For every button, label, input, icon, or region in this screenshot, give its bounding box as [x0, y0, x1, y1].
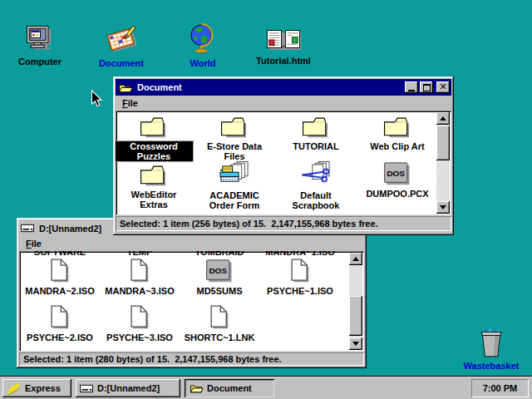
- file-label: PSYCHE~2.ISO: [25, 332, 95, 342]
- scroll-down-button[interactable]: [436, 201, 450, 214]
- desktop-icon-computer[interactable]: Computer: [5, 25, 75, 66]
- close-icon: ✕: [439, 82, 446, 92]
- drive-icon: [21, 223, 35, 234]
- document-window-menubar: File: [116, 96, 451, 111]
- file-item[interactable]: PSYCHE~2.ISO: [21, 304, 99, 342]
- globe-icon: [189, 23, 217, 55]
- folder-item[interactable]: Crossword Puzzles: [116, 114, 193, 161]
- scroll-up-button[interactable]: [349, 253, 362, 265]
- dos-file-icon: [383, 162, 411, 186]
- window-title: Document: [137, 82, 405, 92]
- taskbar: Express D:[Unnamed2] Document 7:00 PM: [0, 376, 532, 399]
- document-window-titlebar[interactable]: Document ✕: [116, 79, 451, 96]
- scissors-pages-icon: [299, 160, 332, 188]
- folder-label: Web Clip Art: [368, 141, 426, 151]
- menu-file[interactable]: File: [116, 96, 145, 110]
- open-folder-icon: [117, 81, 133, 94]
- menu-file[interactable]: File: [19, 237, 48, 250]
- crossword-document-icon: [104, 25, 139, 55]
- file-label: PSYCHE~1.ISO: [265, 286, 335, 296]
- scrollbar-thumb[interactable]: [349, 296, 362, 336]
- file-item[interactable]: SHORTC~1.LNK: [180, 304, 259, 342]
- folder-item[interactable]: TUTORIAL: [277, 114, 355, 151]
- file-label-partial[interactable]: TEMP: [101, 251, 179, 257]
- file-item[interactable]: MD5SUMS: [180, 259, 259, 296]
- desktop-icon-world[interactable]: World: [168, 23, 238, 68]
- triangle-down-icon: [440, 205, 446, 209]
- folder-label: WebEditor Extras: [116, 190, 193, 209]
- file-item[interactable]: PSYCHE~1.ISO: [261, 258, 339, 296]
- file-icon: [49, 304, 71, 330]
- maximize-button[interactable]: [420, 81, 433, 93]
- folder-item[interactable]: E-Store Data Files: [195, 114, 273, 161]
- folder-item[interactable]: Web Clip Art: [358, 114, 436, 151]
- open-book-icon: [265, 27, 302, 52]
- drive-icon: [80, 383, 94, 394]
- task-button-document[interactable]: Document: [185, 379, 274, 397]
- folder-label-selected: Crossword Puzzles: [116, 141, 193, 161]
- folder-icon: [382, 114, 412, 139]
- wastebasket-icon: [477, 326, 505, 359]
- document-window-statusbar: Selected: 1 item (256 bytes) of 15. 2,14…: [116, 216, 451, 231]
- file-label: SHORTC~1.LNK: [183, 332, 257, 342]
- close-button[interactable]: ✕: [436, 81, 450, 93]
- express-icon: [7, 382, 22, 396]
- desktop-icon-document[interactable]: Document: [86, 25, 156, 68]
- minimize-icon: [408, 90, 415, 91]
- desktop-icon-label: Wastebasket: [464, 361, 520, 371]
- drive-window-content: SOFTWARE TEMP TOMBRAID MANDRA~1.ISO MAND…: [19, 251, 364, 352]
- drive-window: D:[Unnamed2] File SOFTWARE TEMP TOMBRAID…: [17, 218, 367, 368]
- file-label-partial[interactable]: SOFTWARE: [21, 251, 99, 257]
- vertical-scrollbar[interactable]: [349, 253, 362, 350]
- file-item[interactable]: MANDRA~2.ISO: [21, 258, 99, 296]
- file-icon: [129, 304, 150, 330]
- file-icon: [289, 258, 311, 283]
- task-button-drive[interactable]: D:[Unnamed2]: [76, 379, 180, 397]
- taskbar-button-label: Document: [207, 383, 252, 393]
- file-label: MANDRA~3.ISO: [103, 286, 175, 296]
- scroll-up-button[interactable]: [436, 112, 450, 125]
- taskbar-button-label: D:[Unnamed2]: [97, 383, 160, 393]
- file-item[interactable]: DUMPOO.PCX: [358, 162, 436, 199]
- express-start-button[interactable]: Express: [2, 379, 71, 397]
- file-icon: [129, 258, 150, 283]
- file-icon: [209, 304, 230, 330]
- file-label: ACADEMIC Order Form: [195, 190, 273, 210]
- folder-label: TUTORIAL: [291, 141, 340, 151]
- file-label: PSYCHE~3.ISO: [105, 332, 175, 342]
- desktop-icon-tutorial[interactable]: Tutorial.html: [249, 27, 318, 66]
- folder-icon: [139, 162, 169, 187]
- open-folder-icon: [189, 382, 204, 394]
- file-label: DUMPOO.PCX: [364, 189, 430, 199]
- folder-item[interactable]: WebEditor Extras: [116, 162, 193, 209]
- file-label-partial[interactable]: MANDRA~1.ISO: [261, 251, 339, 257]
- folder-label: E-Store Data Files: [195, 141, 273, 161]
- document-window-content: Crossword Puzzles E-Store Data Files TUT…: [116, 111, 451, 215]
- file-label: MANDRA~2.ISO: [23, 286, 96, 296]
- file-label: Default Scrapbook: [277, 190, 355, 210]
- dos-file-icon: [205, 259, 234, 283]
- desktop-icon-label: Computer: [18, 57, 62, 66]
- file-item[interactable]: Default Scrapbook: [277, 160, 355, 210]
- file-item[interactable]: ACADEMIC Order Form: [195, 160, 273, 210]
- desktop: Computer Document World Tutorial.html Wa…: [0, 0, 532, 399]
- folder-icon: [301, 114, 331, 139]
- computer-icon: [24, 25, 56, 53]
- drive-window-menubar: File: [19, 236, 364, 251]
- file-item[interactable]: MANDRA~3.ISO: [101, 258, 179, 296]
- file-label-partial[interactable]: TOMBRAID: [180, 251, 259, 257]
- file-item[interactable]: PSYCHE~3.ISO: [101, 304, 179, 342]
- minimize-button[interactable]: [405, 81, 418, 93]
- drive-window-statusbar: Selected: 1 item (280 bytes) of 15. 2,14…: [19, 352, 364, 366]
- desktop-icon-label: Tutorial.html: [256, 56, 311, 66]
- folder-icon: [219, 114, 249, 139]
- scroll-down-button[interactable]: [349, 337, 362, 350]
- triangle-down-icon: [352, 342, 359, 346]
- desktop-icon-wastebasket[interactable]: Wastebasket: [456, 326, 526, 371]
- mouse-cursor: [91, 90, 102, 108]
- scrollbar-thumb[interactable]: [436, 126, 450, 160]
- maximize-icon: [423, 84, 431, 91]
- desktop-icon-label: Document: [99, 58, 144, 68]
- vertical-scrollbar[interactable]: [436, 112, 450, 214]
- folder-icon: [139, 114, 169, 139]
